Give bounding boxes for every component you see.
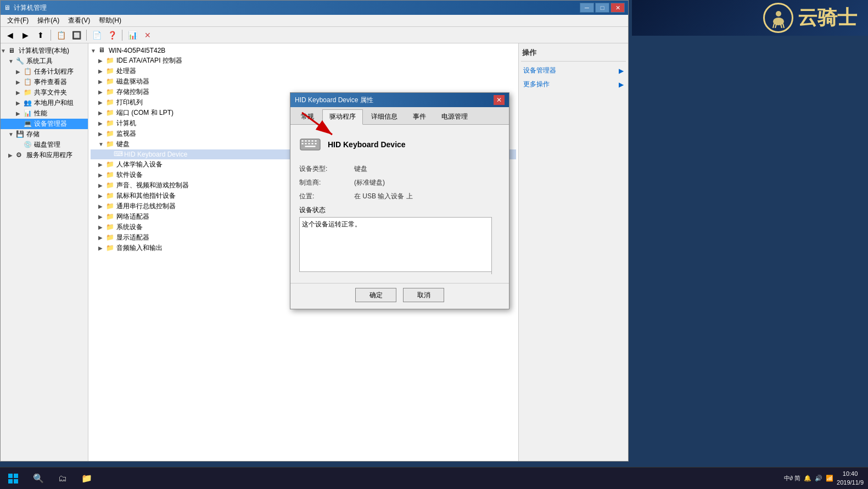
svg-rect-13 [305, 143, 307, 145]
svg-rect-9 [308, 140, 310, 142]
prop-type-value: 键盘 [354, 164, 367, 174]
action-more[interactable]: 更多操作 ▶ [521, 77, 626, 91]
svg-rect-16 [315, 143, 317, 145]
back-button[interactable]: ◀ [3, 29, 17, 42]
menu-action[interactable]: 操作(A) [33, 15, 64, 26]
svg-line-2 [773, 24, 774, 28]
cancel-button[interactable]: 取消 [403, 288, 444, 302]
svg-rect-14 [308, 143, 310, 145]
device-header: HID Keyboard Device [299, 134, 500, 155]
root-label: 计算机管理(本地) [19, 46, 69, 55]
menu-file[interactable]: 文件(F) [3, 15, 33, 26]
svg-rect-20 [8, 474, 13, 478]
left-panel: ▼ 🖥 计算机管理(本地) ▼ 🔧 系统工具 ▶ 📋 任务计划程序 ▶ 📋 [1, 43, 88, 461]
menu-view[interactable]: 查看(V) [64, 15, 94, 26]
dm-root[interactable]: ▼ 🖥 WIN-4O5P4I5T42B [91, 46, 516, 55]
systools-icon: 🔧 [16, 57, 25, 66]
dm-ide[interactable]: ▶ 📁 IDE ATA/ATAPI 控制器 [91, 55, 516, 66]
toolbar-separator-2 [86, 30, 87, 41]
menu-bar: 文件(F) 操作(A) 查看(V) 帮助(H) [1, 15, 628, 27]
dialog-title-bar: HID Keyboard Device 属性 ✕ [290, 93, 509, 107]
forward-button[interactable]: ▶ [18, 29, 32, 42]
menu-help[interactable]: 帮助(H) [94, 15, 126, 26]
taskbar: 🔍 🗂 📁 中∂ 简 🔔 🔊 📶 10:40 2019/11/9 [0, 467, 868, 489]
left-tree-devmgr[interactable]: 💻 设备管理器 [1, 119, 88, 129]
ok-button[interactable]: 确定 [355, 288, 396, 302]
status-scrollbar[interactable] [491, 217, 500, 274]
svg-line-5 [783, 24, 784, 28]
left-tree-sharedfolder[interactable]: ▶ 📁 共享文件夹 [1, 87, 88, 98]
toolbar-separator-1 [51, 30, 51, 41]
dm-processor[interactable]: ▶ 📁 处理器 [91, 66, 516, 76]
dialog-tab-bar: 常规 驱动程序 详细信息 事件 电源管理 [290, 107, 509, 125]
start-button[interactable] [0, 468, 26, 490]
svg-point-0 [776, 11, 781, 16]
right-panel: 操作 设备管理器 ▶ 更多操作 ▶ [518, 43, 628, 461]
clock[interactable]: 10:40 2019/11/9 [837, 470, 864, 487]
tab-powermgmt[interactable]: 电源管理 [434, 109, 475, 124]
export-button[interactable]: 📊 [125, 29, 139, 42]
logo-text: 云骑士 [798, 4, 857, 31]
prop-type-label: 设备类型: [299, 164, 354, 174]
keyboard-icon-svg [299, 136, 321, 153]
expand-ts: ▶ [16, 69, 24, 75]
up-button[interactable]: ⬆ [33, 29, 48, 42]
expand-systools: ▼ [8, 58, 16, 64]
show-hide-button[interactable]: 📋 [54, 29, 68, 42]
left-tree-systools[interactable]: ▼ 🔧 系统工具 [1, 56, 88, 66]
dm-diskdrive[interactable]: ▶ 📁 磁盘驱动器 [91, 76, 516, 87]
collapse-button[interactable]: 🔲 [69, 29, 83, 42]
file-explorer-taskbar[interactable]: 📁 [75, 468, 99, 490]
expand-root: ▼ [1, 48, 8, 54]
device-name: HID Keyboard Device [328, 140, 406, 149]
prop-mfr-label: 制造商: [299, 178, 354, 187]
minimize-button[interactable]: ─ [580, 3, 594, 13]
delete-button[interactable]: ✕ [141, 29, 155, 42]
svg-line-4 [781, 24, 782, 28]
dialog-footer: 确定 取消 [290, 283, 509, 309]
action-panel-header: 操作 [521, 46, 626, 62]
help-button[interactable]: ❓ [105, 29, 119, 42]
time-display: 10:40 [837, 470, 864, 478]
tab-driver[interactable]: 驱动程序 [322, 109, 363, 125]
title-bar: 🖥 计算机管理 ─ □ ✕ [1, 1, 628, 15]
properties-button[interactable]: 📄 [89, 29, 104, 42]
left-tree-localusers[interactable]: ▶ 👥 本地用户和组 [1, 98, 88, 108]
svg-rect-15 [311, 143, 313, 145]
prop-manufacturer: 制造商: (标准键盘) [299, 178, 500, 187]
taskbar-right: 中∂ 简 🔔 🔊 📶 10:40 2019/11/9 [784, 470, 868, 487]
status-text: 这个设备运转正常。 [302, 220, 361, 228]
left-tree-taskscheduler[interactable]: ▶ 📋 任务计划程序 [1, 66, 88, 77]
svg-point-1 [773, 18, 784, 25]
left-tree-services[interactable]: ▶ ⚙ 服务和应用程序 [1, 150, 88, 160]
window-icon: 🖥 [4, 4, 10, 12]
prop-loc-value: 在 USB 输入设备 上 [354, 192, 413, 201]
svg-rect-12 [301, 143, 304, 145]
prop-type: 设备类型: 键盘 [299, 164, 500, 174]
left-tree-eventviewer[interactable]: ▶ 📋 事件查看器 [1, 77, 88, 87]
tab-general[interactable]: 常规 [294, 109, 321, 124]
system-tray: 🔔 [804, 475, 811, 482]
tab-events[interactable]: 事件 [406, 109, 433, 124]
tab-details[interactable]: 详细信息 [364, 109, 405, 124]
left-tree-root[interactable]: ▼ 🖥 计算机管理(本地) [1, 46, 88, 56]
maximize-button[interactable]: □ [595, 3, 609, 13]
close-button[interactable]: ✕ [611, 3, 625, 13]
left-tree-storage[interactable]: ▼ 💾 存储 [1, 129, 88, 140]
action-devmgr[interactable]: 设备管理器 ▶ [521, 64, 626, 77]
dialog-close-button[interactable]: ✕ [494, 95, 505, 105]
volume-icon: 🔊 [815, 475, 822, 482]
ts-icon: 📋 [24, 68, 32, 76]
dialog: HID Keyboard Device 属性 ✕ 常规 驱动程序 详细信息 事件… [290, 92, 509, 309]
taskview-icon[interactable]: 🗂 [51, 468, 75, 490]
left-tree: ▼ 🖥 计算机管理(本地) ▼ 🔧 系统工具 ▶ 📋 任务计划程序 ▶ 📋 [1, 46, 88, 160]
left-tree-diskmgmt[interactable]: 💿 磁盘管理 [1, 140, 88, 150]
status-box[interactable]: 这个设备运转正常。 [299, 217, 500, 272]
toolbar-separator-3 [122, 30, 122, 41]
title-bar-controls: ─ □ ✕ [580, 3, 625, 13]
left-tree-performance[interactable]: ▶ 📊 性能 [1, 108, 88, 119]
dialog-content: HID Keyboard Device 设备类型: 键盘 制造商: (标准键盘)… [290, 125, 509, 283]
svg-rect-7 [301, 140, 304, 142]
svg-rect-22 [8, 479, 13, 484]
search-taskbar-icon[interactable]: 🔍 [26, 468, 51, 490]
